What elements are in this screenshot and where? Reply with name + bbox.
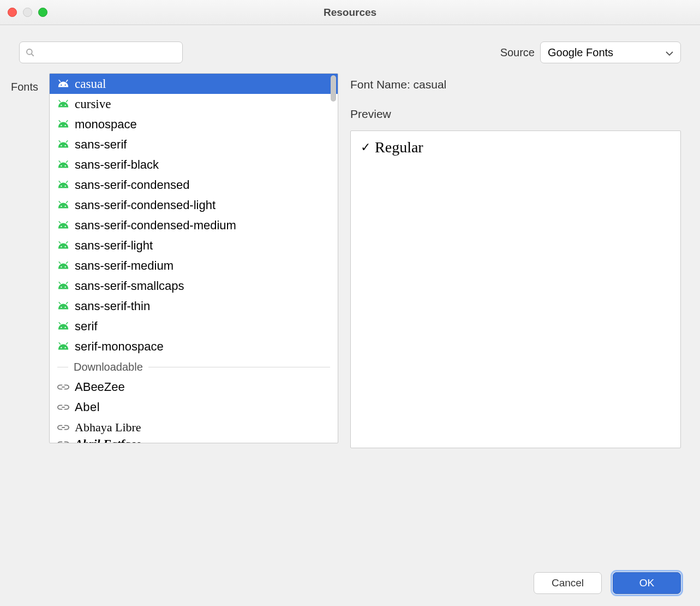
- source-group: Source Google Fonts: [500, 41, 681, 63]
- list-item-label: Abel: [75, 400, 100, 414]
- list-item-label: sans-serif-medium: [75, 259, 173, 273]
- titlebar: Resources: [0, 0, 700, 25]
- list-item[interactable]: sans-serif-smallcaps: [50, 276, 338, 296]
- svg-point-4: [61, 104, 62, 105]
- android-icon: [57, 221, 69, 230]
- list-item[interactable]: monospace: [50, 114, 338, 134]
- list-item[interactable]: sans-serif: [50, 134, 338, 155]
- scrollbar-thumb[interactable]: [331, 75, 336, 102]
- list-item-label: Abril Fatface: [75, 437, 141, 443]
- list-item[interactable]: cursive: [50, 94, 338, 114]
- svg-point-11: [65, 165, 66, 166]
- source-select[interactable]: Google Fonts: [540, 41, 681, 63]
- list-item-label: serif: [75, 319, 98, 334]
- list-item[interactable]: sans-serif-condensed-medium: [50, 215, 338, 235]
- details-panel: Font Name: casual Preview ✓ Regular: [350, 73, 681, 448]
- svg-point-28: [61, 347, 62, 348]
- minimize-window-button[interactable]: [23, 8, 32, 17]
- svg-point-29: [65, 347, 66, 348]
- font-name-label: Font Name:: [350, 78, 414, 91]
- list-item-label: Abhaya Libre: [75, 420, 141, 435]
- list-item[interactable]: serif: [50, 316, 338, 336]
- list-item[interactable]: sans-serif-medium: [50, 256, 338, 276]
- svg-point-5: [65, 104, 66, 105]
- list-item-label: casual: [75, 77, 106, 91]
- list-item[interactable]: casual: [50, 74, 338, 94]
- font-name-row: Font Name: casual: [350, 78, 681, 91]
- list-item-label: sans-serif-light: [75, 239, 153, 253]
- list-item-label: sans-serif-thin: [75, 299, 150, 313]
- list-item-label: monospace: [75, 117, 137, 132]
- android-icon: [57, 79, 69, 89]
- list-divider: Downloadable: [50, 357, 338, 377]
- android-icon: [57, 99, 69, 109]
- android-icon: [57, 160, 69, 170]
- font-name-value: casual: [414, 78, 447, 91]
- close-window-button[interactable]: [8, 8, 17, 17]
- list-item-label: cursive: [75, 97, 111, 111]
- svg-point-10: [61, 165, 62, 166]
- link-icon: [57, 402, 69, 412]
- left-column: Fonts casualcursivemonospacesans-serifsa…: [11, 73, 338, 448]
- link-icon: [57, 382, 69, 392]
- list-item[interactable]: sans-serif-light: [50, 235, 338, 256]
- svg-point-6: [61, 124, 62, 126]
- preview-label: Preview: [350, 108, 681, 121]
- svg-point-8: [61, 145, 62, 146]
- source-select-value: Google Fonts: [548, 46, 613, 59]
- list-item-label: serif-monospace: [75, 340, 164, 354]
- toolbar: Source Google Fonts: [0, 25, 700, 73]
- footer: Cancel OK: [0, 560, 700, 606]
- android-icon: [57, 120, 69, 129]
- content: Fonts casualcursivemonospacesans-serifsa…: [0, 73, 700, 448]
- font-list: casualcursivemonospacesans-serifsans-ser…: [49, 73, 338, 443]
- list-item-label: sans-serif-condensed: [75, 178, 189, 192]
- search-icon: [25, 47, 35, 57]
- list-item[interactable]: Abril Fatface: [50, 437, 338, 443]
- android-icon: [57, 322, 69, 331]
- svg-point-26: [61, 326, 62, 328]
- cancel-button[interactable]: Cancel: [534, 572, 602, 594]
- svg-point-21: [65, 266, 66, 267]
- link-icon: [57, 423, 69, 432]
- list-item[interactable]: Abhaya Libre: [50, 417, 338, 437]
- svg-point-17: [65, 225, 66, 227]
- svg-point-14: [61, 205, 62, 206]
- svg-point-27: [65, 326, 66, 328]
- font-list-scroll[interactable]: casualcursivemonospacesans-serifsans-ser…: [50, 74, 338, 443]
- preview-box: ✓ Regular: [350, 130, 681, 448]
- svg-point-12: [61, 185, 62, 186]
- list-item-label: ABeeZee: [75, 380, 125, 394]
- preview-variant[interactable]: ✓ Regular: [361, 139, 671, 156]
- svg-point-19: [65, 246, 66, 247]
- svg-point-16: [61, 225, 62, 227]
- svg-point-3: [65, 84, 66, 85]
- android-icon: [57, 180, 69, 190]
- chevron-down-icon: [666, 46, 673, 59]
- list-item[interactable]: sans-serif-condensed: [50, 175, 338, 195]
- list-item[interactable]: serif-monospace: [50, 336, 338, 357]
- link-icon: [57, 439, 69, 443]
- checkmark-icon: ✓: [361, 140, 370, 155]
- android-icon: [57, 281, 69, 291]
- search-field[interactable]: [19, 41, 183, 63]
- svg-point-23: [65, 286, 66, 287]
- android-icon: [57, 140, 69, 150]
- svg-point-25: [65, 306, 66, 307]
- scrollbar[interactable]: [330, 74, 337, 442]
- ok-button[interactable]: OK: [613, 572, 681, 594]
- list-item[interactable]: sans-serif-condensed-light: [50, 195, 338, 215]
- android-icon: [57, 200, 69, 210]
- android-icon: [57, 261, 69, 271]
- preview-variant-label: Regular: [375, 139, 423, 156]
- list-item[interactable]: sans-serif-thin: [50, 296, 338, 316]
- list-item-label: sans-serif: [75, 138, 127, 152]
- list-item[interactable]: Abel: [50, 397, 338, 417]
- list-item[interactable]: sans-serif-black: [50, 155, 338, 175]
- svg-point-18: [61, 246, 62, 247]
- svg-point-15: [65, 205, 66, 206]
- search-input[interactable]: [38, 47, 177, 58]
- list-item[interactable]: ABeeZee: [50, 377, 338, 397]
- maximize-window-button[interactable]: [38, 8, 47, 17]
- divider-label: Downloadable: [74, 361, 143, 373]
